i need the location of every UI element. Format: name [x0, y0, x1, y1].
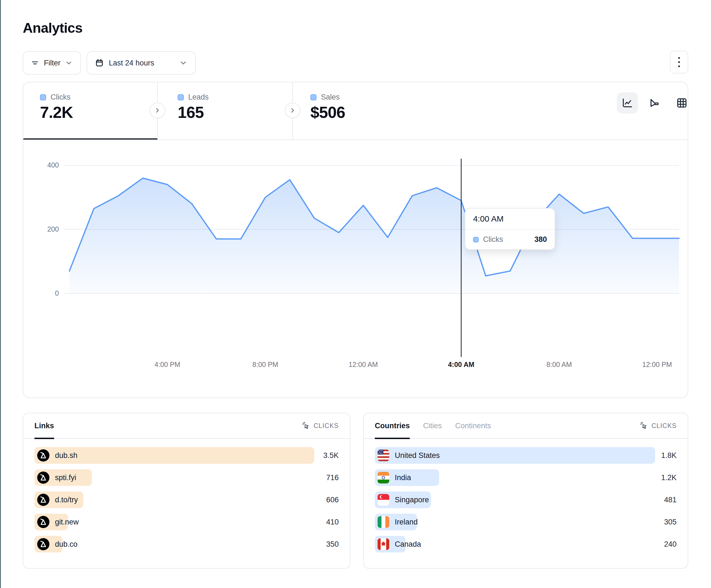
- countries-list: United States1.8KIndia1.2KSingapore481Ir…: [375, 447, 676, 552]
- row-value: 305: [664, 514, 676, 530]
- analytics-page: Analytics Filter Last 24 hours Clicks 7.…: [0, 0, 711, 588]
- dub-logo-icon: [37, 494, 49, 506]
- x-axis-tick: 4:00 AM: [439, 361, 483, 369]
- table-row[interactable]: spti.fyi716: [35, 469, 339, 486]
- table-row[interactable]: Ireland305: [375, 514, 676, 530]
- chevron-right-icon: [289, 107, 296, 114]
- links-metric-selector[interactable]: CLICKS: [302, 422, 339, 430]
- tooltip-series-label: Clicks: [483, 235, 530, 244]
- tab-continents[interactable]: Continents: [455, 413, 491, 438]
- x-axis-tick: 4:00 PM: [145, 361, 190, 369]
- row-label: dub.sh: [55, 451, 78, 460]
- tab-sales[interactable]: Sales $506: [310, 82, 416, 139]
- filter-button[interactable]: Filter: [23, 51, 81, 75]
- row-content: United States: [378, 447, 440, 464]
- line-chart-icon: [622, 97, 633, 109]
- stat-label: Clicks: [50, 93, 70, 101]
- table-row[interactable]: India1.2K: [375, 469, 676, 486]
- click-cursor-icon: [640, 422, 648, 430]
- view-table-button[interactable]: [671, 92, 692, 113]
- leads-legend-square-icon: [178, 94, 184, 100]
- metric-label: CLICKS: [652, 422, 676, 430]
- row-label: Singapore: [395, 496, 429, 504]
- row-label: Ireland: [395, 518, 418, 526]
- tab-label: Countries: [375, 422, 410, 430]
- filter-icon: [30, 59, 39, 67]
- tab-label: Links: [35, 422, 54, 430]
- table-row[interactable]: dub.co350: [35, 536, 339, 552]
- tab-clicks[interactable]: Clicks 7.2K: [40, 82, 151, 139]
- chevron-right-icon: [154, 107, 161, 114]
- row-content: d.to/try: [37, 492, 78, 508]
- flag-sg-icon: [378, 494, 389, 506]
- row-value: 606: [326, 492, 339, 508]
- countries-panel: Countries Cities Continents CLICKS Unite…: [363, 413, 688, 569]
- flag-ie-icon: [378, 516, 389, 528]
- tab-links[interactable]: Links: [35, 413, 54, 438]
- stat-value: 7.2K: [40, 103, 73, 121]
- sales-legend-square-icon: [310, 94, 317, 100]
- left-accent-edge: [0, 0, 1, 588]
- tab-label: Continents: [455, 422, 491, 430]
- flag-ca-icon: [378, 538, 389, 550]
- row-label: git.new: [55, 518, 79, 526]
- filter-button-label: Filter: [44, 59, 61, 67]
- y-axis-tick: 200: [35, 225, 59, 233]
- more-options-button[interactable]: [670, 51, 688, 73]
- table-row[interactable]: dub.sh3.5K: [35, 447, 339, 464]
- row-content: git.new: [37, 514, 79, 530]
- row-label: Canada: [395, 540, 421, 549]
- dub-logo-icon: [37, 472, 49, 484]
- row-value: 240: [664, 536, 676, 552]
- tooltip-value: 380: [534, 235, 547, 244]
- next-stat-button[interactable]: [285, 103, 300, 118]
- tab-countries[interactable]: Countries: [375, 413, 410, 438]
- countries-metric-selector[interactable]: CLICKS: [640, 422, 676, 430]
- table-row[interactable]: Singapore481: [375, 492, 676, 508]
- table-row[interactable]: United States1.8K: [375, 447, 676, 464]
- tab-leads[interactable]: Leads 165: [178, 82, 283, 139]
- date-range-label: Last 24 hours: [109, 59, 154, 67]
- dub-logo-icon: [37, 449, 49, 461]
- next-stat-button[interactable]: [150, 103, 165, 118]
- row-value: 716: [326, 469, 339, 486]
- stat-value: 165: [178, 103, 204, 121]
- funnel-icon: [649, 97, 661, 109]
- dub-logo-icon: [37, 538, 49, 550]
- x-axis-tick: 12:00 AM: [341, 361, 385, 369]
- view-funnel-button[interactable]: [644, 92, 665, 113]
- card-header-border: [23, 139, 688, 140]
- stat-label: Leads: [188, 93, 209, 101]
- chevron-down-icon: [65, 59, 73, 67]
- row-content: India: [378, 469, 411, 486]
- row-label: dub.co: [55, 540, 78, 549]
- table-row[interactable]: git.new410: [35, 514, 339, 530]
- y-axis-tick: 400: [35, 161, 59, 169]
- y-axis-tick: 0: [35, 289, 59, 297]
- links-list: dub.sh3.5Kspti.fyi716d.to/try606git.new4…: [35, 447, 339, 552]
- view-line-chart-button[interactable]: [617, 92, 638, 113]
- row-value: 1.8K: [661, 447, 676, 464]
- click-cursor-icon: [302, 422, 310, 430]
- row-value: 1.2K: [661, 469, 676, 486]
- row-content: Ireland: [378, 514, 418, 530]
- row-content: Canada: [378, 536, 421, 552]
- flag-in-icon: [378, 472, 389, 483]
- row-content: spti.fyi: [37, 469, 76, 486]
- table-row[interactable]: d.to/try606: [35, 492, 339, 508]
- row-value: 350: [326, 536, 339, 552]
- row-content: dub.sh: [37, 447, 78, 464]
- row-value: 410: [326, 514, 339, 530]
- chart-tooltip: 4:00 AM Clicks 380: [465, 208, 555, 250]
- row-value: 481: [664, 492, 676, 508]
- links-panel: Links CLICKS dub.sh3.5Kspti.fyi716d.to/t…: [23, 413, 350, 569]
- table-row[interactable]: Canada240: [375, 536, 676, 552]
- row-label: d.to/try: [55, 496, 78, 504]
- date-range-button[interactable]: Last 24 hours: [87, 51, 196, 75]
- links-panel-header: Links CLICKS: [23, 413, 350, 439]
- tab-cities[interactable]: Cities: [423, 413, 442, 438]
- x-axis-tick: 12:00 PM: [635, 361, 680, 369]
- flag-us-icon: [378, 450, 389, 461]
- chart-view-switcher: [617, 92, 692, 113]
- metric-label: CLICKS: [314, 422, 339, 430]
